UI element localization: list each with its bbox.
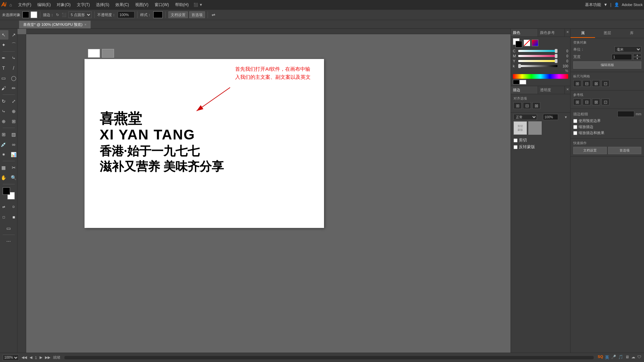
scale-tool[interactable]: ⤢ <box>9 97 18 106</box>
zoom-tool[interactable]: 🔍 <box>9 173 18 182</box>
invert-checkbox[interactable] <box>514 145 518 149</box>
m-slider[interactable] <box>518 55 557 57</box>
clip-checkbox[interactable] <box>514 138 518 142</box>
menu-window[interactable]: 窗口(W) <box>152 1 172 8</box>
blend-mode-select[interactable]: 正常 <box>514 114 537 120</box>
menu-type[interactable]: 文字(T) <box>74 1 93 8</box>
properties-tab-libraries[interactable]: 库 <box>620 29 644 38</box>
opacity-input[interactable] <box>118 11 135 18</box>
transp-panel-close[interactable]: ✕ <box>565 86 570 94</box>
warp-tool[interactable]: ⤷ <box>0 107 8 116</box>
black-swatch-small[interactable] <box>513 80 520 84</box>
align-left-btn[interactable]: ⊞ <box>514 102 522 109</box>
text-main-chinese[interactable]: 喜燕堂 <box>100 111 224 126</box>
transparency-tab[interactable]: 透明度 <box>538 86 565 94</box>
mic-icon[interactable]: 🎤 <box>611 355 616 360</box>
properties-tab-layers[interactable]: 图层 <box>595 29 620 38</box>
slice-tool[interactable]: ✂ <box>9 163 18 172</box>
rectangle-tool[interactable]: ▭ <box>0 73 8 83</box>
swatch-white[interactable] <box>88 49 100 58</box>
scale-stroke-checkbox[interactable] <box>573 125 577 129</box>
ruler-show-btn[interactable]: ⊞ <box>573 80 581 87</box>
c-slider[interactable] <box>518 50 557 52</box>
preferences-btn[interactable]: 首选项 <box>189 11 205 18</box>
menu-help[interactable]: 帮助(H) <box>172 1 192 8</box>
k-slider[interactable] <box>518 65 557 67</box>
none-swatch[interactable] <box>524 40 530 46</box>
magic-wand-tool[interactable]: ✦ <box>0 40 8 50</box>
menu-object[interactable]: 对象(O) <box>54 1 73 8</box>
toggle-fill-stroke[interactable]: ⇄ <box>0 202 8 212</box>
width-input[interactable] <box>612 54 632 60</box>
snap-btn[interactable]: ⊡ <box>601 80 609 87</box>
gradient-swatch[interactable] <box>532 40 538 46</box>
text-subtitle2[interactable]: 滋补又营养 美味齐分享 <box>100 159 224 175</box>
unit-select[interactable]: 毫米 <box>614 46 641 52</box>
panel-close-btn[interactable]: ✕ <box>565 29 570 37</box>
stroke-width-input[interactable]: 0.3528 <box>618 111 634 117</box>
pencil-tool[interactable]: ✏ <box>9 83 18 93</box>
user-icon[interactable]: 👤 <box>614 2 619 7</box>
grid-show-btn[interactable]: ⊟ <box>583 80 591 87</box>
security-icon[interactable]: 🛡 <box>637 355 641 360</box>
perspective-tool[interactable]: ⊞ <box>9 117 18 126</box>
page-nav-prev[interactable]: ◀ <box>30 355 32 360</box>
direct-select-tool[interactable]: ↗ <box>9 30 18 40</box>
width-up-btn[interactable]: ▲ <box>633 54 641 57</box>
pen-tool[interactable]: ✒ <box>0 53 8 63</box>
curvature-tool[interactable]: ⤷ <box>9 53 18 63</box>
align-center-btn[interactable]: ⊟ <box>523 102 531 109</box>
screen-mode-btn[interactable]: ▭ <box>4 224 13 233</box>
type-tool[interactable]: T <box>0 63 8 73</box>
cloud-icon[interactable]: ☁ <box>631 355 635 360</box>
stroke-size-select[interactable]: 5 点圆形 <box>68 11 92 18</box>
input-method-icon[interactable]: 英 <box>605 355 609 360</box>
line-segment-tool[interactable]: / <box>9 63 18 73</box>
stroke-tab[interactable]: 描边 <box>511 86 538 94</box>
scroll-bar[interactable] <box>64 356 594 359</box>
guide-btn-4[interactable]: ⊡ <box>601 99 609 105</box>
menu-edit[interactable]: 编辑(E) <box>35 1 53 8</box>
blend-tool[interactable]: ∞ <box>9 140 18 149</box>
page-nav-next[interactable]: ▶ <box>40 355 42 360</box>
stroke-swatch[interactable] <box>31 11 37 18</box>
hand-tool[interactable]: ✋ <box>0 173 8 182</box>
color-spectrum-bar[interactable] <box>513 74 568 79</box>
menu-view[interactable]: 视图(V) <box>132 1 151 8</box>
doc-setup-btn[interactable]: 文档设置 <box>168 11 188 18</box>
free-transform-tool[interactable]: ⊕ <box>9 107 18 116</box>
quick-preferences-btn[interactable]: 首选项 <box>608 147 642 154</box>
use-preview-bounds-checkbox[interactable] <box>573 119 577 123</box>
swatch-gray[interactable] <box>102 49 114 58</box>
guide-btn-3[interactable]: ⊠ <box>592 99 600 105</box>
rotate-tool[interactable]: ↻ <box>0 97 8 106</box>
guides-show-btn[interactable]: ⊠ <box>592 80 600 87</box>
arrange-btn[interactable]: ⇌ <box>211 12 216 17</box>
edit-artboard-btn[interactable]: 编辑画板 <box>573 61 641 69</box>
scale-effects-checkbox[interactable] <box>573 131 577 135</box>
text-main-english[interactable]: XI YAN TANG <box>100 126 224 143</box>
guide-btn-2[interactable]: ⊟ <box>583 99 591 105</box>
screen-icon[interactable]: 🖥 <box>625 355 629 360</box>
chart-tool[interactable]: 📊 <box>9 150 18 159</box>
page-nav-prev-first[interactable]: ◀◀ <box>21 355 27 360</box>
workspace-dropdown-icon[interactable]: ▼ <box>604 2 608 7</box>
width-down-btn[interactable]: ▼ <box>633 57 641 60</box>
shape-builder-tool[interactable]: ⊕ <box>0 117 8 126</box>
fg-color-swatch[interactable] <box>513 38 522 48</box>
stroke-dropdown-label[interactable]: ⬛ <box>62 13 66 17</box>
workspace-label[interactable]: 基本功能 <box>585 2 601 8</box>
opacity-dropdown-icon[interactable]: ▼ <box>564 115 568 119</box>
style-swatch[interactable] <box>153 11 163 18</box>
zoom-select[interactable]: 100% <box>3 355 19 361</box>
artboard-tool[interactable]: ▦ <box>0 163 8 172</box>
menu-effect[interactable]: 效果(C) <box>113 1 132 8</box>
more-tools[interactable]: ··· <box>4 237 13 246</box>
home-icon[interactable]: ⌂ <box>9 2 12 7</box>
lasso-tool[interactable]: ⌒ <box>9 40 18 50</box>
workspace-mode-icon[interactable]: ⬛ ▼ <box>194 3 203 7</box>
color-tab[interactable]: 颜色 <box>511 29 538 37</box>
white-swatch-small[interactable] <box>520 80 526 84</box>
document-tab[interactable]: 喜燕堂* @ 100% (CMYK/GPU 预览) × <box>19 20 91 28</box>
align-right-btn[interactable]: ⊠ <box>532 102 540 109</box>
